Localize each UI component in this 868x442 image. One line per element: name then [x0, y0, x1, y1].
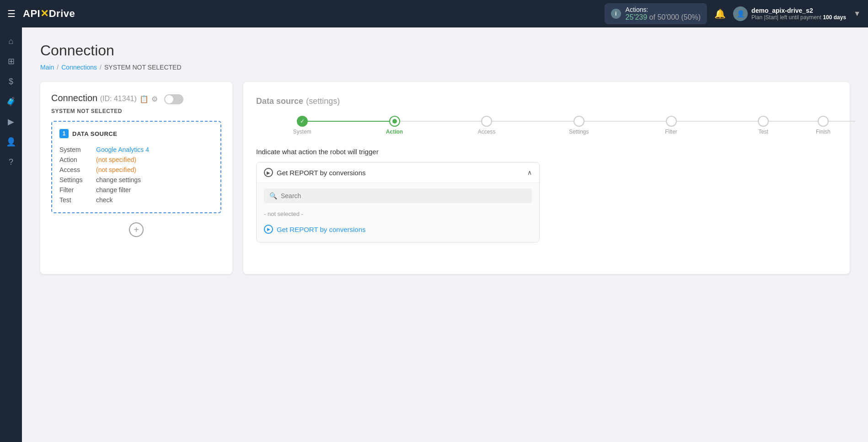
step-label-access: Access [478, 129, 496, 135]
ds-key-action: Action [59, 155, 96, 165]
dropdown-header[interactable]: ▶ Get REPORT by conversions ∧ [257, 162, 539, 183]
ds-key-system: System [59, 145, 96, 155]
table-row: Action (not specified) [59, 155, 213, 165]
actions-of: of [649, 13, 658, 21]
table-row: System Google Analytics 4 [59, 145, 213, 155]
table-row: Settings change settings [59, 175, 213, 185]
ds-val-access: (not specified) [96, 165, 213, 175]
table-row: Test check [59, 195, 213, 205]
step-label-settings: Settings [569, 129, 589, 135]
left-card: Connection (ID: 41341) 📋 ⚙ SYSTEM NOT SE… [40, 82, 232, 274]
dropdown-option-text: Get REPORT by conversions [277, 226, 366, 233]
breadcrumb-connections[interactable]: Connections [61, 64, 97, 71]
step-circle-access [481, 116, 492, 127]
action-dropdown: ▶ Get REPORT by conversions ∧ 🔍 - not se… [256, 162, 540, 243]
dropdown-option[interactable]: ▶ Get REPORT by conversions [264, 222, 532, 237]
ds-val-filter: change filter [96, 185, 213, 195]
ds-link-settings[interactable]: change settings [96, 176, 141, 183]
ds-key-test: Test [59, 195, 96, 205]
breadcrumb-main[interactable]: Main [40, 64, 54, 71]
step-circle-filter [666, 116, 677, 127]
breadcrumb: Main / Connections / SYSTEM NOT SELECTED [40, 64, 850, 71]
table-row: Filter change filter [59, 185, 213, 195]
sidebar-item-user[interactable]: 👤 [3, 134, 19, 150]
datasource-header: 1 DATA SOURCE [59, 129, 213, 138]
step-access: Access [440, 116, 533, 135]
sidebar-item-home[interactable]: ⌂ [3, 33, 19, 49]
ds-key-filter: Filter [59, 185, 96, 195]
avatar: 👤 [733, 6, 748, 21]
dropdown-not-selected: - not selected - [264, 209, 532, 219]
dropdown-selected-value: Get REPORT by conversions [277, 169, 366, 177]
navbar: ☰ API✕Drive i Actions: 25'239 of 50'000 … [0, 0, 868, 27]
ds-label: DATA SOURCE [72, 130, 117, 137]
ds-link-system[interactable]: Google Analytics 4 [96, 146, 149, 153]
cards-container: Connection (ID: 41341) 📋 ⚙ SYSTEM NOT SE… [40, 82, 850, 274]
toggle-switch[interactable] [164, 94, 183, 104]
actions-badge: i Actions: 25'239 of 50'000 (50%) [605, 3, 707, 24]
right-card: Data source (settings) ✓ System Action [243, 82, 850, 274]
chevron-up-icon: ∧ [527, 169, 532, 176]
actions-count: 25'239 of 50'000 (50%) [626, 13, 701, 22]
card-title-icons: 📋 ⚙ [139, 94, 183, 104]
step-circle-system: ✓ [297, 116, 308, 127]
step-circle-test [758, 116, 769, 127]
card-id-val: (ID: 41341) [100, 95, 137, 102]
step-label-test: Test [758, 129, 768, 135]
actions-pct-val: (50%) [681, 13, 701, 21]
user-name: demo_apix-drive_s2 [751, 7, 846, 14]
play-icon: ▶ [264, 168, 273, 177]
dropdown-body: 🔍 - not selected - ▶ Get REPORT by conve… [257, 183, 539, 242]
ds-link-action[interactable]: (not specified) [96, 156, 136, 163]
ds-link-filter[interactable]: change filter [96, 186, 131, 194]
settings-icon[interactable]: ⚙ [151, 95, 158, 103]
breadcrumb-current: SYSTEM NOT SELECTED [104, 64, 182, 71]
card-title-row: Connection (ID: 41341) 📋 ⚙ [51, 93, 221, 105]
user-plan: Plan |Start| left until payment 100 days [751, 14, 846, 21]
badge-text: Actions: 25'239 of 50'000 (50%) [626, 6, 701, 22]
sidebar-item-briefcase[interactable]: 🧳 [3, 93, 19, 110]
ds-val-action: (not specified) [96, 155, 213, 165]
datasource-box: 1 DATA SOURCE System Google Analytics 4 … [51, 121, 221, 213]
user-info: demo_apix-drive_s2 Plan |Start| left unt… [751, 7, 846, 21]
ds-key-settings: Settings [59, 175, 96, 185]
search-icon: 🔍 [269, 192, 277, 199]
sidebar-item-help[interactable]: ? [3, 154, 19, 170]
option-play-icon: ▶ [264, 225, 273, 234]
ds-link-test[interactable]: check [96, 196, 113, 204]
sidebar-item-billing[interactable]: $ [3, 73, 19, 90]
breadcrumb-sep1: / [57, 64, 59, 71]
table-row: Access (not specified) [59, 165, 213, 175]
step-filter: Filter [625, 116, 718, 135]
app-logo: API✕Drive [23, 8, 75, 20]
step-label-action: Action [386, 129, 403, 135]
ds-link-access[interactable]: (not specified) [96, 166, 136, 173]
dropdown-header-left: ▶ Get REPORT by conversions [264, 168, 366, 177]
sidebar-item-dashboard[interactable]: ⊞ [3, 53, 19, 70]
sidebar-item-play[interactable]: ▶ [3, 113, 19, 130]
add-datasource-button[interactable]: + [129, 222, 144, 237]
search-input[interactable] [281, 192, 526, 199]
steps-wrapper: ✓ System Action Access [256, 116, 837, 135]
step-system: ✓ System [256, 116, 348, 135]
step-label-finish: Finish [816, 129, 830, 135]
ds-table: System Google Analytics 4 Action (not sp… [59, 145, 213, 205]
actions-label: Actions: [626, 6, 701, 13]
step-action: Action [348, 116, 441, 135]
step-settings: Settings [533, 116, 625, 135]
chevron-down-icon: ▼ [853, 10, 861, 18]
menu-icon[interactable]: ☰ [7, 8, 16, 19]
step-circle-action [389, 116, 400, 127]
bell-icon[interactable]: 🔔 [714, 8, 726, 19]
breadcrumb-sep2: / [100, 64, 102, 71]
user-menu[interactable]: 👤 demo_apix-drive_s2 Plan |Start| left u… [733, 6, 861, 21]
card-title: Connection (ID: 41341) [51, 93, 137, 103]
sidebar: ⌂ ⊞ $ 🧳 ▶ 👤 ? [0, 27, 22, 442]
copy-icon[interactable]: 📋 [139, 95, 149, 103]
page-title: Connection [40, 42, 850, 59]
info-icon: i [611, 9, 621, 19]
ds-val-settings: change settings [96, 175, 213, 185]
card-subtitle: SYSTEM NOT SELECTED [51, 108, 221, 114]
step-label-system: System [293, 129, 311, 135]
actions-total: 50'000 [657, 13, 679, 21]
